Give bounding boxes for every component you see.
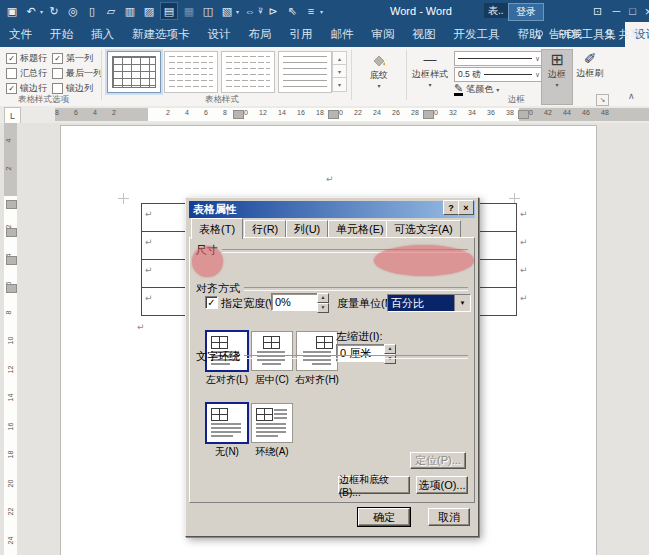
dialog-close-icon[interactable]: × [458,200,474,215]
disabled-tool-icon[interactable]: ▦ [181,3,197,19]
measure-unit-dropdown[interactable]: 百分比 ▼ [387,294,471,312]
tab-table[interactable]: 表格(T) [191,218,243,239]
align-right-label: 右对齐(H) [295,373,339,387]
dialog-launcher-icon[interactable]: ↘ [596,94,609,106]
open-icon[interactable]: ▱ [103,3,119,19]
wrap-around-option[interactable] [251,403,293,443]
tab-alt-text[interactable]: 可选文字(A) [386,220,461,238]
borders-button[interactable]: ⊞ 边框 ▾ [541,49,573,105]
collapse-ribbon-icon[interactable]: ∧ [628,91,635,101]
pen-color-button[interactable]: ✎ 笔颜色 ▾ [454,83,499,96]
close-icon[interactable]: × [641,0,649,22]
side-by-side-icon[interactable]: ◫ [200,3,216,19]
table-column-marker[interactable] [423,110,434,119]
table-row-marker[interactable] [6,228,17,237]
table-style-thumbnail[interactable] [221,51,275,93]
chevron-down-icon: ▾ [496,87,499,93]
maximize-icon[interactable]: □ [625,0,640,22]
table-column-marker[interactable] [328,110,339,119]
style-option-第一列[interactable]: ✓第一列 [52,52,104,65]
group-label-style-options: 表格样式选项 [18,94,69,106]
redo-icon[interactable]: ↻ [46,3,62,19]
ribbon-tab-开始[interactable]: 开始 [41,22,82,47]
measure-unit-value: 百分比 [388,296,454,311]
tell-me-button[interactable]: 告诉我 [534,27,582,42]
dialog-title-bar[interactable]: 表格属性 [189,201,475,218]
specify-width-checkbox[interactable]: ✓ [205,296,218,309]
horizontal-ruler[interactable]: L 86422468101214161820222426283032343638… [0,106,649,123]
cursor-icon[interactable]: ⇖ [284,3,300,19]
qat-overflow-icon[interactable]: » [258,4,263,14]
table-style-thumbnail-grid[interactable] [107,51,161,93]
borders-and-shading-button[interactable]: 边框和底纹(B)... [338,476,410,494]
ribbon-tab-设计[interactable]: 设计 [199,22,240,47]
clipboard-icon[interactable]: ▧ [219,3,235,19]
tab-selector[interactable]: L [4,107,21,124]
thumbnail-graphic [112,56,156,88]
vertical-ruler[interactable]: 4224681012141618202224 [4,123,17,555]
spin-down-icon[interactable]: ▼ [317,303,329,313]
new-document-icon[interactable]: ▯ [84,3,100,19]
chevron-down-icon: ▾ [40,8,43,15]
spacing-icon[interactable]: ⇔ [242,3,258,19]
ribbon-tab-视图[interactable]: 视图 [404,22,445,47]
gallery-more-icon[interactable]: ▾ [332,77,347,92]
border-painter-button[interactable]: ✐ 边框刷 [575,52,605,80]
table-column-marker[interactable] [233,110,244,119]
table-tools-badge[interactable]: 表.. [484,3,508,18]
style-option-label: 汇总行 [20,67,47,80]
dialog-help-icon[interactable]: ? [443,200,459,215]
undo-icon[interactable]: ↶ [23,3,39,19]
table-row-marker[interactable] [6,284,17,293]
dropdown-arrow-icon[interactable]: ▼ [454,295,470,311]
border-styles-button[interactable]: — 边框样式 ▾ [410,53,450,88]
tabrow-right-tools: 告诉我 共享 [534,22,647,47]
paste-icon[interactable]: ▥ [122,3,138,19]
ribbon-tab-开发工具[interactable]: 开发工具 [445,22,509,47]
ribbon-tab-审阅[interactable]: 审阅 [363,22,404,47]
border-line-style-dropdown[interactable]: ∨ [454,51,544,66]
wrap-none-option[interactable] [206,403,248,443]
table-row-marker[interactable] [6,200,17,209]
ruler-number: 4 [185,109,189,116]
ok-button[interactable]: 确定 [358,508,410,526]
minimize-icon[interactable]: ─ [609,0,624,22]
table-style-thumbnail[interactable] [278,51,332,93]
view-gridlines-icon[interactable]: ▤ [160,2,178,20]
table-row-marker[interactable] [6,256,17,265]
ribbon-tab-新建选项卡[interactable]: 新建选项卡 [123,22,199,47]
ribbon-tab-文件[interactable]: 文件 [0,22,41,47]
list-icon[interactable]: ≡ [303,3,319,19]
tab-row[interactable]: 行(R) [244,220,286,238]
tab-cell[interactable]: 单元格(E) [328,220,392,238]
ribbon-tab-邮件[interactable]: 邮件 [322,22,363,47]
ruler-number: 2 [166,109,170,116]
text-line-graphic [211,431,241,433]
line-sample [484,74,532,75]
select-icon[interactable]: ⊳ [265,3,281,19]
ribbon-display-options-icon[interactable]: ⊡ [590,0,605,22]
row-end-mark: ↵ [520,238,528,247]
sign-in-button[interactable]: 登录 [508,3,544,21]
style-option-标题行[interactable]: ✓标题行 [6,52,52,65]
cancel-button[interactable]: 取消 [428,508,470,526]
style-option-汇总行[interactable]: 汇总行 [6,67,52,80]
style-option-最后一列[interactable]: 最后一列 [52,67,104,80]
print-preview-icon[interactable]: ◎ [65,3,81,19]
save-icon[interactable]: ▣ [4,3,20,19]
paste-special-icon[interactable]: ▨ [141,3,157,19]
width-spinner[interactable]: ▲ ▼ [317,293,329,313]
options-button[interactable]: 选项(O)... [416,476,468,494]
ruler-number: 14 [278,109,286,116]
ribbon-tab-引用[interactable]: 引用 [281,22,322,47]
tab-column[interactable]: 列(U) [286,220,328,238]
table-style-thumbnail[interactable] [164,51,218,93]
ribbon-tab-插入[interactable]: 插入 [82,22,123,47]
ruler-number: 26 [392,109,400,116]
table-column-marker[interactable] [518,110,529,119]
wrap-legend-text: 文字环绕 [196,349,240,364]
ribbon-tab-布局[interactable]: 布局 [240,22,281,47]
shading-button[interactable]: 底纹 ▾ [356,53,402,89]
share-button[interactable]: 共享 [604,27,641,42]
border-line-weight-dropdown[interactable]: 0.5 磅 ∨ [454,67,544,82]
